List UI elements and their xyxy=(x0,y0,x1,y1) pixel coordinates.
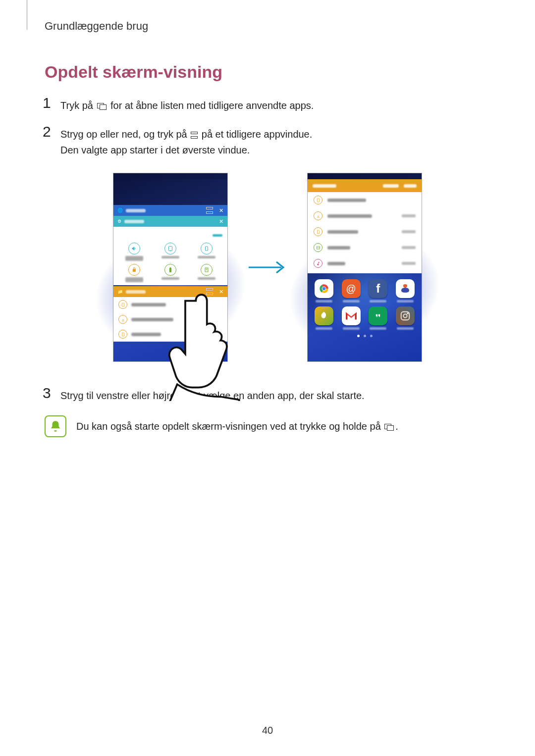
svg-point-12 xyxy=(407,313,408,314)
folder-icon: 📁 xyxy=(117,289,123,294)
card-title-internet xyxy=(126,209,146,212)
file-item xyxy=(131,318,173,321)
files-action xyxy=(383,184,399,188)
files-title xyxy=(313,184,336,188)
app-label xyxy=(316,300,332,302)
svg-point-11 xyxy=(403,314,407,317)
download-icon xyxy=(314,211,322,220)
note-text: Du kan også starte opdelt skærm-visninge… xyxy=(76,415,398,434)
settings-label xyxy=(198,256,215,258)
close-icon: ✕ xyxy=(219,218,223,225)
images-icon xyxy=(314,243,322,252)
illustration: 🌐 ✕ ⚙ ✕ xyxy=(40,173,495,362)
pager-dot xyxy=(364,335,366,337)
step-1: 1 Tryk på for at åbne listen med tidlige… xyxy=(43,97,495,113)
globe-icon: 🌐 xyxy=(117,208,123,213)
manual-icon xyxy=(201,264,213,276)
file-item xyxy=(131,333,161,336)
settings-label xyxy=(125,256,143,261)
status-bar xyxy=(308,173,422,179)
download-icon xyxy=(118,315,127,324)
file-item xyxy=(327,262,345,265)
page-number: 40 xyxy=(0,725,535,736)
page-title: Opdelt skærm-visning xyxy=(45,62,495,82)
margin-rule xyxy=(27,0,27,30)
step-2-line2: Den valgte app starter i det øverste vin… xyxy=(60,145,250,155)
app-label xyxy=(370,300,386,302)
note: Du kan også starte opdelt skærm-visninge… xyxy=(45,415,495,437)
close-icon: ✕ xyxy=(219,207,223,214)
pager-dot xyxy=(370,335,373,337)
hangouts-icon xyxy=(369,306,387,325)
recent-card-internet: 🌐 ✕ xyxy=(113,205,227,216)
file-item xyxy=(327,199,366,202)
step-2: 2 Stryg op eller ned, og tryk på på et t… xyxy=(43,125,495,158)
battery-icon xyxy=(164,264,176,276)
app-label xyxy=(316,327,332,330)
split-top-app xyxy=(308,179,422,273)
recent-apps-icon xyxy=(384,424,394,431)
step-2-pre: Stryg op eller ned, og tryk på xyxy=(60,129,190,140)
card-title-settings xyxy=(124,220,144,223)
document-icon xyxy=(118,330,127,339)
app-label xyxy=(343,300,360,302)
page-indicator xyxy=(312,335,418,337)
samsung-apps-icon xyxy=(396,279,415,298)
edge-icon xyxy=(201,243,213,254)
split-view-icon xyxy=(191,132,198,139)
file-size xyxy=(402,262,416,265)
app-label xyxy=(370,327,386,330)
hand-pointer-icon xyxy=(168,287,242,401)
settings-label xyxy=(161,277,179,280)
settings-edit xyxy=(213,234,222,237)
svg-rect-5 xyxy=(317,199,320,202)
phone-before: 🌐 ✕ ⚙ ✕ xyxy=(113,173,228,362)
file-item xyxy=(327,230,358,234)
file-size xyxy=(402,214,416,217)
settings-label xyxy=(198,277,215,280)
gear-icon: ⚙ xyxy=(117,219,121,224)
step-number-1: 1 xyxy=(43,96,60,110)
recent-apps-icon xyxy=(97,103,107,110)
settings-label xyxy=(125,277,143,282)
note-post: . xyxy=(395,421,398,432)
audio-icon xyxy=(314,259,322,268)
step-1-pre: Tryk på xyxy=(60,100,96,111)
note-pre: Du kan også starte opdelt skærm-visninge… xyxy=(76,421,383,432)
file-item xyxy=(131,303,166,306)
files-action xyxy=(404,184,417,188)
gmail-icon xyxy=(342,306,361,325)
section-header: Grundlæggende brug xyxy=(45,20,495,33)
facebook-icon: f xyxy=(369,279,387,298)
note-bell-icon xyxy=(45,415,66,437)
step-number-3: 3 xyxy=(43,386,60,401)
settings-label xyxy=(161,256,179,258)
split-bottom-home: @ f xyxy=(308,273,422,340)
svg-rect-3 xyxy=(122,303,124,306)
step-2-text: Stryg op eller ned, og tryk på på et tid… xyxy=(60,125,495,158)
chrome-icon xyxy=(315,279,333,298)
display-icon xyxy=(164,243,176,254)
phone-after: @ f xyxy=(307,173,422,362)
app-label xyxy=(397,327,414,330)
svg-rect-1 xyxy=(205,247,208,251)
gallery-icon xyxy=(315,306,333,325)
app-label xyxy=(397,300,414,302)
file-item xyxy=(327,214,372,218)
card-title-files xyxy=(126,290,146,294)
step-2-mid: på et tidligere appvindue. xyxy=(199,129,312,140)
storage-icon xyxy=(314,196,322,204)
email-icon: @ xyxy=(342,279,361,298)
recent-card-settings: ⚙ ✕ xyxy=(113,216,227,285)
step-1-post: for at åbne listen med tidligere anvendt… xyxy=(108,100,314,111)
pager-dot xyxy=(357,335,360,337)
lock-icon xyxy=(128,264,140,276)
status-bar xyxy=(113,173,227,179)
app-label xyxy=(343,327,360,330)
split-view-icon xyxy=(206,207,213,214)
instagram-icon xyxy=(396,306,415,325)
file-item xyxy=(327,246,350,250)
document-icon xyxy=(314,227,322,236)
step-1-text: Tryk på for at åbne listen med tidligere… xyxy=(60,97,495,113)
sound-icon xyxy=(128,243,140,254)
